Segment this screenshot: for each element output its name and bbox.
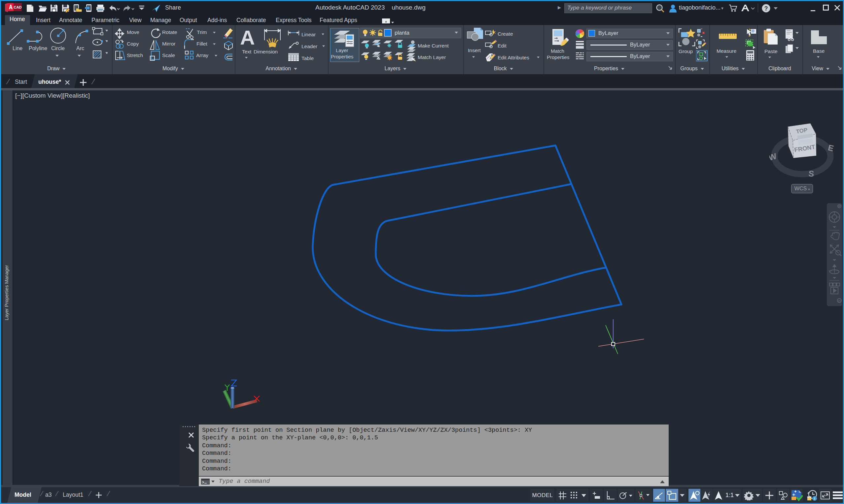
- svg-text:i: i: [814, 497, 815, 500]
- svg-text:?: ?: [764, 5, 768, 12]
- svg-text:Line: Line: [13, 46, 22, 51]
- svg-text:Circle: Circle: [51, 46, 65, 51]
- svg-text:Arc: Arc: [76, 46, 84, 51]
- svg-text:Polyline: Polyline: [29, 46, 47, 51]
- svg-text:CAD: CAD: [14, 5, 22, 9]
- svg-text:S: S: [808, 168, 815, 178]
